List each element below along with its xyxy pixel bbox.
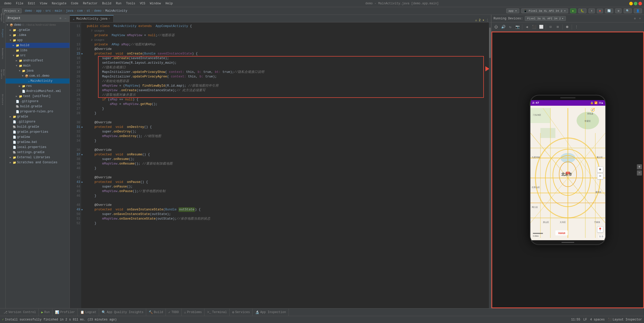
- menu-file[interactable]: File: [14, 1, 25, 6]
- menu-refactor[interactable]: Refactor: [81, 1, 100, 6]
- tab-mainactivity[interactable]: ☕ MainActivity.java ×: [70, 15, 114, 22]
- menu-code[interactable]: Code: [69, 1, 80, 6]
- tree-localprops[interactable]: 📄 local.properties: [6, 145, 70, 150]
- tab-problems[interactable]: ⚠ Problems: [182, 309, 204, 316]
- tree-gradle[interactable]: ▶ 📁 .gradle: [6, 28, 70, 33]
- tree-scratches[interactable]: ▶ 📁 Scratches and Consoles: [6, 160, 70, 165]
- close-button[interactable]: [638, 2, 642, 5]
- tree-buildgradle-root[interactable]: 🐘 build.gradle: [6, 124, 70, 129]
- volume-btn[interactable]: 🔊: [500, 24, 506, 30]
- phone-map-area[interactable]: 北京市 怀柔区 祁化县 门头沟区 顺义区 通州区 石景山区 大兴区 房山区 于家…: [530, 106, 605, 240]
- breadcrumb-java[interactable]: java: [66, 9, 73, 13]
- zoom-out-btn[interactable]: −: [597, 173, 603, 179]
- minimize-button[interactable]: [629, 2, 633, 5]
- tree-gradle-root[interactable]: ▶ 📁 gradle: [6, 114, 70, 119]
- sync-button[interactable]: 🔄: [605, 8, 613, 13]
- tree-src[interactable]: ▼ 📁 src: [6, 53, 70, 58]
- tree-res[interactable]: ▶ 📁 res: [6, 84, 70, 89]
- tab-app-inspection[interactable]: 🔬 App Inspection: [253, 309, 289, 316]
- tree-mainactivity[interactable]: ☕ MainActivity: [6, 78, 70, 84]
- tree-java[interactable]: ▼ 📁 java: [6, 68, 70, 73]
- tree-gradlew[interactable]: 📄 gradlew: [6, 134, 70, 140]
- status-line-col[interactable]: 11:55: [571, 318, 580, 321]
- panel-zoom-out[interactable]: −: [637, 170, 642, 176]
- structure-icon[interactable]: Structure: [1, 97, 5, 102]
- tree-external-libs[interactable]: ▶ 📁 External Libraries: [6, 155, 70, 160]
- breadcrumb-com[interactable]: com: [77, 9, 83, 13]
- stop-button[interactable]: ■: [597, 9, 603, 13]
- menu-help[interactable]: Help: [163, 1, 175, 6]
- search-button[interactable]: 🔍: [624, 8, 632, 13]
- status-lf[interactable]: LF: [583, 318, 587, 321]
- code-folding-icon[interactable]: ⋮: [486, 18, 489, 22]
- tree-com-st-demo[interactable]: ▼ 📦 com.st.demo: [6, 73, 70, 78]
- status-indent[interactable]: 4 spaces: [590, 318, 605, 321]
- run-button[interactable]: ▶: [570, 8, 577, 13]
- breadcrumb-st[interactable]: st: [87, 9, 90, 13]
- home-btn[interactable]: ⬛: [531, 24, 537, 30]
- editor-scrollbar[interactable]: [489, 22, 491, 308]
- tab-terminal[interactable]: >_ Terminal: [204, 309, 229, 316]
- tree-gitignore-root[interactable]: 📄 .gitignore: [6, 119, 70, 124]
- panel-zoom-in[interactable]: +: [637, 164, 642, 169]
- tab-app-quality[interactable]: 🔍 App Quality Insights: [99, 309, 146, 316]
- breadcrumb-main[interactable]: main: [55, 9, 62, 13]
- tab-services[interactable]: ⚙ Services: [230, 309, 253, 316]
- code-content[interactable]: public class MainActivity extends AppCom…: [85, 22, 489, 308]
- settings-button[interactable]: ⚙: [615, 8, 622, 13]
- menu-tools[interactable]: Tools: [124, 1, 137, 6]
- project-icon[interactable]: Project: [1, 31, 5, 36]
- tree-buildgradle-app[interactable]: 🐘 build.gradle: [6, 104, 70, 109]
- menu-build[interactable]: Build: [100, 1, 113, 6]
- tree-settings-gradle[interactable]: 🐘 settings.gradle: [6, 150, 70, 155]
- breadcrumb-demo[interactable]: demo: [25, 9, 32, 13]
- recents-btn[interactable]: ⬜: [538, 24, 544, 30]
- attach-button[interactable]: ⬇: [588, 8, 595, 13]
- menu-window[interactable]: Window: [148, 1, 163, 6]
- tab-profiler[interactable]: 📊 Profiler: [52, 309, 78, 316]
- status-layout-inspector[interactable]: ⬛ Layout Inspector: [608, 318, 642, 321]
- tab-version-control[interactable]: ⎇ Version Control: [1, 309, 39, 316]
- tree-test[interactable]: ▶ 📁 test [unitTest]: [6, 94, 70, 99]
- my-location-btn[interactable]: 📍: [597, 226, 603, 233]
- avatar-button[interactable]: 👤: [634, 8, 642, 13]
- tree-build[interactable]: ▶ 📁 build: [6, 43, 70, 48]
- project-dropdown[interactable]: Project ▾: [2, 8, 22, 13]
- device-settings-icon[interactable]: ⚙: [633, 17, 637, 21]
- device-close-icon[interactable]: ×: [638, 17, 642, 21]
- tab-build[interactable]: 🔨 Build: [146, 309, 166, 316]
- device-selector-btn[interactable]: 📱 Pixel 3a XL API 34 2 ▾: [521, 8, 568, 13]
- extend-btn[interactable]: ⊠: [555, 24, 561, 30]
- record-btn[interactable]: ⏺: [564, 24, 570, 30]
- menu-run[interactable]: Run: [114, 1, 124, 6]
- tree-gradlew-bat[interactable]: 📄 gradlew.bat: [6, 140, 70, 145]
- build-variants-icon[interactable]: Build Variants: [1, 72, 5, 76]
- bookmarks-icon[interactable]: Bookmarks: [1, 51, 5, 56]
- panel-gear-icon[interactable]: ⚙: [58, 16, 62, 20]
- scrollbar-thumb[interactable]: [489, 28, 491, 58]
- tab-logcat[interactable]: 📋 Logcat: [78, 309, 99, 316]
- tree-androidmanifest[interactable]: 📄 AndroidManifest.xml: [6, 89, 70, 94]
- breadcrumb-demo2[interactable]: demo: [94, 9, 102, 13]
- panel-collapse-icon[interactable]: —: [63, 16, 67, 20]
- tree-app[interactable]: ▼ 📁 app: [6, 38, 70, 43]
- breadcrumb-app[interactable]: app: [36, 9, 42, 13]
- resource-manager-icon[interactable]: Resource Manager: [1, 16, 5, 20]
- tree-gradleprops[interactable]: 📄 gradle.properties: [6, 129, 70, 134]
- breadcrumb-src[interactable]: src: [45, 9, 51, 13]
- debug-button[interactable]: 🐛: [578, 8, 586, 13]
- maximize-button[interactable]: [634, 2, 637, 5]
- menu-vcs[interactable]: VCS: [138, 1, 147, 6]
- tree-libs[interactable]: 📁 libs: [6, 48, 70, 53]
- menu-edit[interactable]: Edit: [26, 1, 37, 6]
- tab-todo[interactable]: ✓ TODO: [166, 309, 182, 316]
- tab-close-icon[interactable]: ×: [108, 17, 110, 20]
- menu-view[interactable]: View: [38, 1, 49, 6]
- screenshot-btn[interactable]: 📷: [514, 24, 520, 30]
- tree-androidtest[interactable]: ▶ 📁 androidTest: [6, 58, 70, 63]
- breadcrumb-mainactivity[interactable]: MainActivity: [105, 9, 127, 13]
- code-container[interactable]: 11 12 13 14 15 16 17 18 19 20 21 22 23 2…: [70, 22, 491, 308]
- tree-main[interactable]: ▼ 📁 main: [6, 63, 70, 68]
- device-name-btn[interactable]: Pixel 3a XL API 34 2 ▾: [525, 16, 566, 21]
- menu-navigate[interactable]: Navigate: [50, 1, 68, 6]
